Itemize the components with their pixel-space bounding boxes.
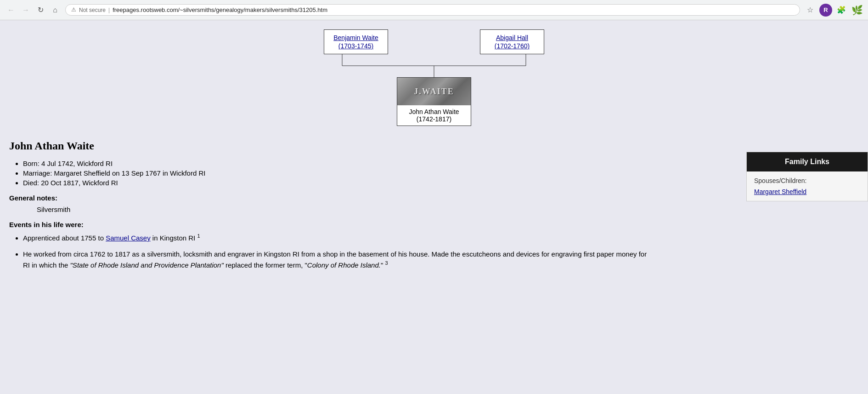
father-link[interactable]: Benjamin Waite (1703-1745)	[333, 34, 378, 50]
family-tree: Benjamin Waite (1703-1745) Abigail Hall …	[9, 29, 859, 126]
browser-chrome: ← → ↻ ⌂ ⚠ Not secure | freepages.rootswe…	[0, 0, 868, 20]
back-button[interactable]: ←	[5, 4, 17, 17]
subject-name: John Athan Waite (1742-1817)	[397, 105, 471, 126]
event-apprenticed: Apprenticed about 1755 to Samuel Casey i…	[23, 232, 652, 244]
account-button[interactable]: 🌿	[851, 4, 863, 17]
footnote-1: 1	[197, 233, 200, 239]
mark-text: J.WAITE	[414, 87, 454, 97]
reload-button[interactable]: ↻	[34, 4, 47, 17]
not-secure-label: Not secure	[79, 7, 106, 13]
silversmith-mark-image: J.WAITE	[397, 78, 471, 105]
browser-actions: ☆ R 🧩 🌿	[804, 4, 863, 17]
died-item: Died: 20 Oct 1817, Wickford RI	[23, 179, 652, 187]
extensions-button[interactable]: 🧩	[835, 4, 848, 17]
tree-connectors	[273, 54, 595, 77]
event-silversmith: He worked from circa 1762 to 1817 as a s…	[23, 249, 652, 271]
family-links-header: Family Links	[747, 152, 868, 171]
event-1-text-after: in Kingston RI	[151, 234, 196, 242]
family-links-sidebar: Family Links Spouses/Children: Margaret …	[746, 152, 868, 201]
page-title: John Athan Waite	[9, 140, 652, 152]
marriage-item: Marriage: Margaret Sheffield on 13 Sep 1…	[23, 169, 652, 177]
bookmark-button[interactable]: ☆	[804, 4, 817, 17]
warning-icon: ⚠	[71, 6, 76, 13]
margaret-sheffield-link[interactable]: Margaret Sheffield	[754, 188, 860, 195]
events-heading: Events in his life were:	[9, 221, 652, 228]
event-2-text3: "	[381, 261, 383, 269]
home-button[interactable]: ⌂	[49, 4, 62, 17]
family-links-body: Spouses/Children: Margaret Sheffield	[747, 171, 868, 201]
vital-stats-list: Born: 4 Jul 1742, Wickford RI Marriage: …	[23, 160, 652, 187]
parents-row: Benjamin Waite (1703-1745) Abigail Hall …	[324, 29, 544, 54]
subject-box: J.WAITE John Athan Waite (1742-1817)	[397, 77, 471, 126]
general-notes-heading: General notes:	[9, 194, 652, 202]
url-text: freepages.rootsweb.com/~silversmiths/gen…	[113, 6, 794, 13]
events-list: Apprenticed about 1755 to Samuel Casey i…	[23, 232, 652, 271]
mother-box: Abigail Hall (1702-1760)	[480, 29, 544, 54]
born-item: Born: 4 Jul 1742, Wickford RI	[23, 160, 652, 167]
footnote-3: 3	[385, 260, 388, 266]
nav-buttons: ← → ↻ ⌂	[5, 4, 62, 17]
page-content: Benjamin Waite (1703-1745) Abigail Hall …	[0, 20, 868, 394]
event-2-italic2: Colony of Rhode Island.	[307, 261, 381, 269]
event-2-text2: replaced the former term, "	[224, 261, 307, 269]
address-bar[interactable]: ⚠ Not secure | freepages.rootsweb.com/~s…	[65, 4, 800, 16]
mother-link[interactable]: Abigail Hall (1702-1760)	[495, 34, 530, 50]
address-divider: |	[108, 7, 110, 13]
event-2-italic1: "State of Rhode Island and Providence Pl…	[70, 261, 224, 269]
forward-button[interactable]: →	[19, 4, 32, 17]
samuel-casey-link[interactable]: Samuel Casey	[106, 234, 151, 242]
father-box: Benjamin Waite (1703-1745)	[324, 29, 388, 54]
profile-button[interactable]: R	[819, 4, 832, 17]
spouses-children-label: Spouses/Children:	[754, 177, 860, 184]
event-1-text-before: Apprenticed about 1755 to	[23, 234, 106, 242]
main-content: John Athan Waite Born: 4 Jul 1742, Wickf…	[9, 140, 652, 271]
general-notes-text: Silversmith	[37, 206, 652, 213]
